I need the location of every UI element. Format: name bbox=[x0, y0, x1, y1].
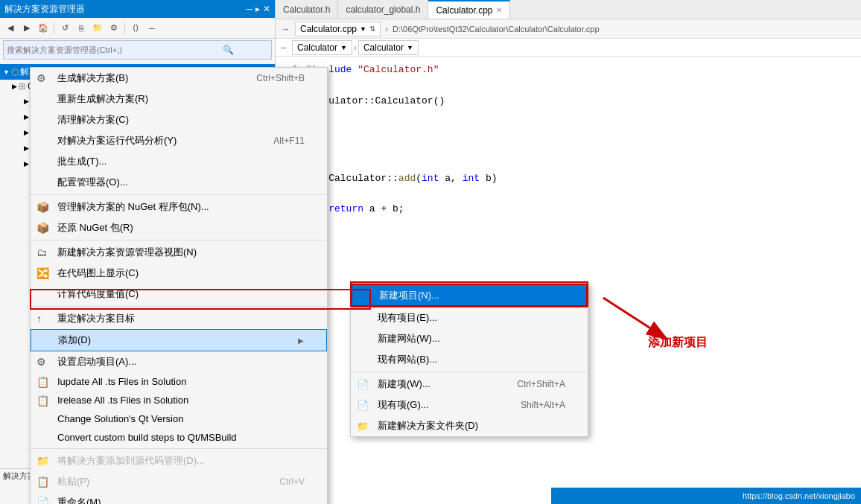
build-icon: ⚙ bbox=[36, 72, 46, 84]
expand-icon: ▶ bbox=[24, 144, 29, 152]
se-search-input[interactable] bbox=[7, 45, 223, 54]
menu-item-label: 重新生成解决方案(R) bbox=[57, 92, 148, 106]
breadcrumb-class-dropdown[interactable]: Calculator ▼ bbox=[292, 40, 352, 55]
menu-item-retarget[interactable]: ↑ 重定解决方案目标 bbox=[31, 308, 327, 329]
source-icon: 📁 bbox=[36, 455, 49, 467]
menu-item-label: 清理解决方案(C) bbox=[57, 113, 129, 127]
expand-icon: ▶ bbox=[12, 83, 17, 90]
submenu-item-new-website[interactable]: 新建网站(W)... bbox=[351, 328, 588, 349]
submenu-item-label: 现有网站(B)... bbox=[378, 353, 437, 366]
code-line-1: 1 #include "Calculator.h" bbox=[276, 63, 861, 78]
menu-item-label: Iupdate All .ts Files in Solution bbox=[57, 376, 186, 387]
menu-item-paste[interactable]: 📋 粘贴(P) Ctrl+V bbox=[31, 471, 327, 492]
menu-item-convert-build[interactable]: Convert custom build steps to Qt/MSBuild bbox=[31, 428, 327, 447]
menu-item-code-map[interactable]: 🔀 在代码图上显示(C) bbox=[31, 263, 327, 284]
menu-item-label: 粘贴(P) bbox=[57, 475, 89, 488]
menu-item-analyze[interactable]: 对解决方案运行代码分析(Y) Alt+F11 bbox=[31, 130, 327, 151]
unpin-icon[interactable]: ▸ bbox=[255, 4, 260, 14]
submenu-item-label: 新建项目(N)... bbox=[379, 289, 439, 302]
code-line-close-brace: } bbox=[276, 140, 861, 156]
code-line-open-brace: { bbox=[276, 109, 861, 124]
search-icon: 🔍 bbox=[223, 45, 234, 55]
scroll-icon[interactable]: ⇅ bbox=[369, 25, 375, 33]
arrow-icon: → bbox=[279, 23, 292, 35]
expand-icon: ▶ bbox=[24, 160, 29, 168]
status-text: https://blog.csdn.net/xiongjiabo bbox=[743, 491, 855, 500]
home-btn[interactable]: 🏠 bbox=[36, 21, 51, 36]
menu-item-iupdate[interactable]: 📋 Iupdate All .ts Files in Solution bbox=[31, 372, 327, 391]
breadcrumb-method-dropdown[interactable]: Calculator ▼ bbox=[358, 40, 419, 55]
se-view-icon: 🗂 bbox=[36, 246, 47, 258]
code-view-btn[interactable]: ⟨⟩ bbox=[128, 21, 143, 36]
se-titlebar-icons: ─ ▸ ✕ bbox=[246, 4, 270, 14]
menu-item-rename[interactable]: 📄 重命名(M) bbox=[31, 492, 327, 504]
new-solution-view-btn[interactable]: ⎘ bbox=[74, 21, 89, 36]
pin-icon[interactable]: ─ bbox=[246, 4, 252, 14]
menu-item-batch-build[interactable]: 批生成(T)... bbox=[31, 151, 327, 172]
menu-item-config-manager[interactable]: 配置管理器(O)... bbox=[31, 172, 327, 193]
se-title-label: 解决方案资源管理器 bbox=[4, 3, 85, 16]
status-bar: https://blog.csdn.net/xiongjiabo bbox=[551, 488, 861, 504]
code-line-constructor-decl: Calculator::Calculator() bbox=[276, 94, 861, 109]
code-line-blank3 bbox=[276, 156, 861, 171]
menu-item-clean[interactable]: 清理解决方案(C) bbox=[31, 109, 327, 130]
collapse-btn[interactable]: ─ bbox=[144, 21, 159, 36]
submenu-item-existing-item[interactable]: 📄 现有项(G)... Shift+Alt+A bbox=[351, 395, 588, 415]
nav-bar: → Calculator.cpp ▼ ⇅ › D:\06QtPro\testQt… bbox=[276, 19, 861, 39]
menu-item-add-to-source[interactable]: 📁 将解决方案添加到源代码管理(D)... bbox=[31, 450, 327, 471]
startup-icon: ⚙ bbox=[36, 356, 46, 368]
menu-item-irelease[interactable]: 📋 Irelease All .ts Files in Solution bbox=[31, 391, 327, 409]
menu-item-rebuild[interactable]: 重新生成解决方案(R) bbox=[31, 89, 327, 109]
menu-item-restore-nuget[interactable]: 📦 还原 NuGet 包(R) bbox=[31, 217, 327, 238]
sync-btn[interactable]: ↺ bbox=[57, 21, 72, 36]
tab-calculator-global-h[interactable]: calculator_global.h bbox=[338, 0, 428, 19]
paste-icon: 📋 bbox=[36, 476, 49, 488]
menu-item-label: 重定解决方案目标 bbox=[57, 312, 135, 325]
expand-icon: ▶ bbox=[24, 98, 29, 105]
menu-item-new-se-view[interactable]: 🗂 新建解决方案资源管理器视图(N) bbox=[31, 242, 327, 263]
menu-item-label: 还原 NuGet 包(R) bbox=[57, 221, 133, 235]
menu-item-build[interactable]: ⚙ 生成解决方案(B) Ctrl+Shift+B bbox=[31, 68, 327, 89]
tab-calculator-cpp[interactable]: Calculator.cpp ✕ bbox=[428, 0, 509, 19]
tab-close-icon[interactable]: ✕ bbox=[496, 6, 502, 14]
rename-icon: 📄 bbox=[36, 497, 49, 504]
back-btn[interactable]: ◀ bbox=[3, 21, 18, 36]
properties-btn[interactable]: ⚙ bbox=[107, 21, 121, 36]
submenu-shortcut: Ctrl+Shift+A bbox=[517, 379, 565, 389]
se-search-box[interactable]: 🔍 bbox=[3, 40, 272, 60]
submenu-item-label: 新建解决方案文件夹(D) bbox=[378, 419, 478, 433]
context-menu: ⚙ 生成解决方案(B) Ctrl+Shift+B 重新生成解决方案(R) 清理解… bbox=[30, 67, 328, 504]
menu-item-label: Convert custom build steps to Qt/MSBuild bbox=[57, 432, 237, 443]
menu-sep-2 bbox=[31, 240, 327, 240]
menu-sep-1 bbox=[31, 194, 327, 195]
menu-item-label: Change Solution's Qt Version bbox=[57, 413, 183, 424]
forward-btn[interactable]: ▶ bbox=[19, 21, 34, 36]
submenu-item-existing-website[interactable]: 现有网站(B)... bbox=[351, 349, 588, 370]
tab-label: Calculator.h bbox=[283, 4, 330, 15]
submenu-item-new-item[interactable]: 📄 新建项(W)... Ctrl+Shift+A bbox=[351, 374, 588, 395]
svg-line-1 bbox=[603, 298, 667, 339]
existing-item-icon: 📄 bbox=[357, 400, 369, 411]
tab-calculator-h[interactable]: Calculator.h bbox=[276, 0, 338, 19]
menu-item-nuget[interactable]: 📦 管理解决方案的 NuGet 程序包(N)... bbox=[31, 197, 327, 217]
breadcrumb-method-label: Calculator bbox=[363, 42, 404, 53]
nav-separator: › bbox=[385, 24, 388, 34]
solution-icon: ⬡ bbox=[11, 67, 19, 77]
menu-item-label: 批生成(T)... bbox=[57, 155, 107, 168]
menu-shortcut: Ctrl+Shift+B bbox=[241, 73, 305, 83]
menu-item-add[interactable]: 添加(D) ▶ bbox=[31, 329, 327, 351]
sub-context-menu: 新建项目(N)... 现有项目(E)... 新建网站(W)... 现有网站(B)… bbox=[350, 283, 588, 437]
dropdown-arrow-icon: ▼ bbox=[360, 25, 366, 33]
nav-file-dropdown[interactable]: Calculator.cpp ▼ ⇅ bbox=[295, 22, 381, 36]
code-map-icon: 🔀 bbox=[36, 267, 49, 279]
menu-item-change-qt[interactable]: Change Solution's Qt Version bbox=[31, 409, 327, 428]
show-all-files-btn[interactable]: 📁 bbox=[90, 21, 105, 36]
submenu-item-new-project[interactable]: 新建项目(N)... bbox=[351, 284, 588, 307]
submenu-item-new-folder[interactable]: 📁 新建解决方案文件夹(D) bbox=[351, 415, 588, 436]
code-text: int Calculator::add(int a, int b) bbox=[305, 171, 497, 187]
menu-item-metrics[interactable]: 计算代码度量值(C) bbox=[31, 284, 327, 304]
dropdown-arrow-icon: ▼ bbox=[407, 44, 413, 51]
menu-item-startup[interactable]: ⚙ 设置启动项目(A)... bbox=[31, 351, 327, 372]
close-icon[interactable]: ✕ bbox=[263, 4, 270, 14]
submenu-item-existing-project[interactable]: 现有项目(E)... bbox=[351, 307, 588, 328]
